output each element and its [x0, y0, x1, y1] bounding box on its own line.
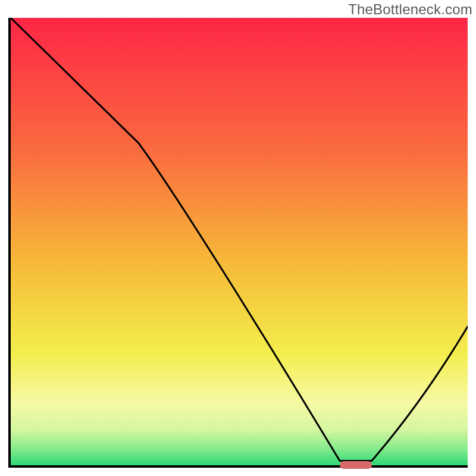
watermark-text: TheBottleneck.com: [348, 1, 472, 18]
optimal-marker: [340, 461, 372, 469]
plot-area: [8, 18, 468, 468]
chart-container: TheBottleneck.com: [0, 0, 476, 476]
bottleneck-curve: [11, 18, 468, 465]
